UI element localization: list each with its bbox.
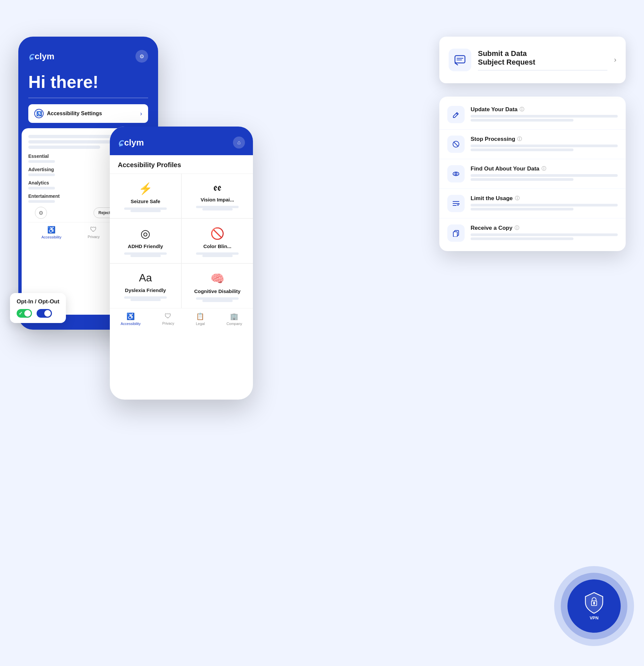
stop-processing-label: Stop Processing [471,136,515,142]
greeting-divider [28,98,148,98]
vpn-circles: VPN [554,566,634,646]
find-out-content: Find Out About Your Data ⓘ [471,165,618,182]
svg-rect-0 [455,56,465,63]
profile-cognitive[interactable]: 🧠 Cognitive Disability [182,264,253,308]
vision-icon: 𝖊𝖊 [213,182,221,193]
cookie-gear-button[interactable]: ⚙ [35,207,47,219]
update-data-title: Update Your Data ⓘ [471,106,618,113]
dsr-chevron-icon[interactable]: › [614,56,616,64]
adhd-label: ADHD Friendly [128,243,163,249]
nav-privacy[interactable]: 🛡 Privacy [88,226,100,239]
accessibility-settings-button[interactable]: ♿ Accessibility Settings › [28,104,148,123]
middle-nav-privacy[interactable]: 🛡 Privacy [162,312,174,326]
limit-usage-info-icon: ⓘ [515,195,520,201]
essential-sublabel [28,160,55,163]
middle-nav-company-label: Company [226,322,242,326]
home-button[interactable]: ⌂ [233,137,245,148]
svg-point-8 [455,173,457,175]
right-update-data[interactable]: Update Your Data ⓘ [439,100,626,129]
color-blind-label: Color Blin... [203,243,231,249]
opt-card: Opt-In / Opt-Out ✓ [10,293,66,323]
dsr-text-block: Submit a Data Subject Request [478,49,607,71]
update-data-lines [471,115,618,122]
ban-icon [452,141,460,148]
toggle-label-advertising: Advertising [28,167,55,176]
toggle-label-essential: Essential [28,154,55,163]
limit-usage-label: Limit the Usage [471,195,513,202]
update-data-info-icon: ⓘ [520,107,524,112]
clym-logo-left: ɕ clym [28,51,54,62]
svg-rect-13 [453,232,457,237]
data-subject-card[interactable]: Submit a Data Subject Request › [439,37,626,83]
middle-nav-legal-label: Legal [196,322,205,326]
svg-rect-16 [593,603,595,605]
dsr-icon [449,49,471,71]
dsr-title-line2: Subject Request [478,58,535,66]
vision-lines [187,206,248,210]
clym-c-icon: ɕ [28,51,33,62]
svg-line-6 [454,142,458,146]
right-receive-copy[interactable]: Receive a Copy ⓘ [439,218,626,248]
shield-icon [584,592,604,614]
update-data-icon [447,106,465,123]
adhd-lines [115,252,176,257]
receive-copy-icon [447,225,465,242]
opt-toggles: ✓ [17,309,59,318]
right-find-out[interactable]: Find Out About Your Data ⓘ [439,159,626,189]
profile-dyslexia[interactable]: Aa Dyslexia Friendly [110,264,181,308]
nav-privacy-icon: 🛡 [90,226,97,233]
seizure-safe-lines [115,208,176,212]
update-data-label: Update Your Data [471,106,518,113]
opt-out-toggle[interactable] [37,309,52,318]
vpn-shield: VPN [584,592,604,620]
settings-filter-button[interactable]: ⚙ [136,50,148,63]
accessibility-chevron-icon: › [140,110,142,117]
profile-color-blind[interactable]: 🚫 Color Blin... [182,219,253,263]
dyslexia-lines [115,296,176,301]
accessibility-btn-content: ♿ Accessibility Settings [34,109,102,118]
toggle-label-entertainment: Entertainment [28,193,59,203]
middle-nav-company[interactable]: 🏢 Company [226,312,242,326]
right-stop-processing[interactable]: Stop Processing ⓘ [439,129,626,159]
analytics-sublabel [28,187,55,190]
middle-nav-privacy-icon: 🛡 [165,312,172,320]
profiles-grid: ⚡ Seizure Safe 𝖊𝖊 Vision Impai... ◎ [110,174,253,308]
profile-adhd[interactable]: ◎ ADHD Friendly [110,219,181,263]
limit-usage-icon [447,195,465,212]
adhd-icon: ◎ [140,227,150,240]
middle-nav-privacy-label: Privacy [162,321,174,325]
advertising-sublabel [28,174,55,176]
receive-copy-label: Receive a Copy [471,225,513,231]
nav-accessibility[interactable]: ♿ Accessibility [41,226,61,239]
profile-vision-impaired[interactable]: 𝖊𝖊 Vision Impai... [182,174,253,218]
stop-processing-content: Stop Processing ⓘ [471,136,618,153]
cognitive-label: Cognitive Disability [194,288,240,294]
middle-nav-company-icon: 🏢 [230,312,238,320]
entertainment-sublabel [28,200,55,203]
stop-processing-lines [471,144,618,151]
profile-seizure-safe[interactable]: ⚡ Seizure Safe [110,174,181,218]
opt-in-toggle[interactable]: ✓ [17,309,32,318]
phone-middle-bottom-nav: ♿ Accessibility 🛡 Privacy 📋 Legal 🏢 Comp… [110,308,253,332]
clym-logo-middle: ɕ clym [118,137,144,148]
middle-nav-accessibility[interactable]: ♿ Accessibility [121,312,141,326]
profiles-title: Accesibility Profiles [110,155,253,174]
clym-c-icon-middle: ɕ [118,137,123,148]
right-limit-usage[interactable]: Limit the Usage ⓘ [439,189,626,218]
clym-wordmark-middle: clym [124,138,144,148]
cognitive-lines [187,297,248,302]
eye-icon [452,170,460,177]
dyslexia-icon: Aa [139,272,152,284]
nav-accessibility-label: Accessibility [41,235,61,239]
find-out-icon [447,165,465,182]
update-data-content: Update Your Data ⓘ [471,106,618,123]
phone-middle-header: ɕ clym ⌂ [110,126,253,155]
dsr-divider [478,70,607,71]
vision-label: Vision Impai... [201,197,234,203]
pencil-icon [452,111,460,118]
middle-nav-accessibility-icon: ♿ [126,312,135,320]
seizure-safe-icon: ⚡ [139,182,153,195]
find-out-label: Find Out About Your Data [471,165,539,172]
seizure-safe-label: Seizure Safe [130,198,160,204]
middle-nav-legal[interactable]: 📋 Legal [196,312,205,326]
